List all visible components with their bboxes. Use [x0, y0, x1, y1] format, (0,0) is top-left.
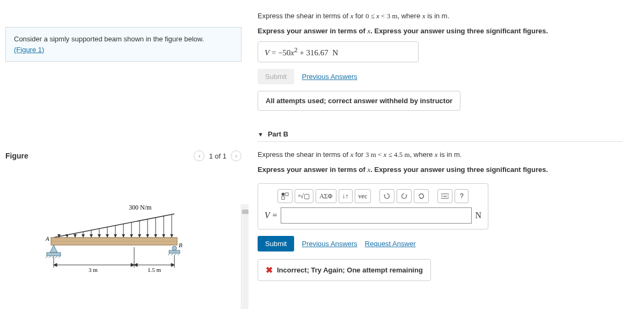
- svg-rect-34: [47, 253, 61, 256]
- svg-marker-28: [154, 234, 157, 238]
- partb-prompt1: Express the shear in terms of x for 3 m …: [258, 149, 623, 160]
- svg-line-35: [46, 256, 48, 258]
- svg-line-42: [168, 253, 170, 255]
- x-icon: ✖: [266, 265, 273, 275]
- toolbar-redo-button[interactable]: [397, 189, 412, 203]
- parta-previous-answers-link[interactable]: Previous Answers: [302, 73, 357, 81]
- svg-marker-23: [114, 234, 117, 238]
- toolbar-greek-button[interactable]: ΑΣΦ: [316, 189, 336, 203]
- svg-marker-24: [122, 234, 125, 238]
- parta-submit-button: Submit: [258, 69, 294, 84]
- svg-point-40: [172, 246, 177, 250]
- partb-answer-input[interactable]: [281, 207, 472, 224]
- toolbar-reset-button[interactable]: [414, 189, 429, 203]
- svg-marker-20: [90, 234, 93, 238]
- partb-unit-label: N: [475, 211, 481, 220]
- figure-next-button[interactable]: ›: [231, 150, 241, 161]
- figure-panel: 300 N/m A B: [5, 204, 241, 309]
- svg-rect-61: [441, 194, 449, 199]
- svg-rect-41: [169, 250, 180, 253]
- svg-marker-54: [171, 263, 174, 267]
- parta-answer-display: V = −50x2 + 316.67 N: [258, 41, 419, 62]
- toolbar-undo-button[interactable]: [379, 189, 394, 203]
- parta-prompt1: Express the shear in terms of x for 0 ≤ …: [258, 11, 623, 21]
- partb-input-panel: ⁿ√▢ ΑΣΦ ↓↑ vec ?: [258, 183, 488, 229]
- svg-line-36: [49, 256, 51, 258]
- svg-marker-18: [74, 234, 77, 238]
- partb-submit-button[interactable]: Submit: [258, 236, 294, 251]
- load-label: 300 N/m: [129, 204, 152, 211]
- parta-prompt2: Express your answer in terms of x. Expre…: [258, 26, 623, 37]
- svg-marker-29: [162, 234, 165, 238]
- collapse-icon: ▼: [258, 131, 264, 138]
- svg-marker-33: [50, 245, 57, 253]
- partb-incorrect-text: Incorrect; Try Again; One attempt remain…: [277, 266, 423, 274]
- figure-scrollbar[interactable]: [242, 204, 248, 309]
- svg-rect-56: [286, 193, 288, 196]
- beam-diagram: 300 N/m A B: [35, 204, 191, 279]
- svg-marker-17: [65, 234, 69, 238]
- partb-input-prefix: V =: [265, 211, 277, 220]
- toolbar-keyboard-button[interactable]: [437, 189, 452, 203]
- svg-marker-19: [82, 234, 85, 238]
- svg-marker-27: [146, 234, 149, 238]
- intro-box: Consider a sipmly supported beam shown i…: [5, 27, 241, 62]
- toolbar-help-button[interactable]: ?: [455, 189, 469, 203]
- svg-marker-25: [130, 234, 133, 238]
- svg-line-39: [58, 256, 61, 258]
- svg-line-45: [178, 253, 180, 255]
- point-a-label: A: [45, 235, 49, 242]
- dim2-label: 1.5 m: [148, 267, 162, 273]
- svg-marker-50: [54, 263, 57, 267]
- svg-rect-57: [282, 197, 284, 199]
- svg-rect-67: [444, 196, 447, 197]
- toolbar-templates-button[interactable]: [277, 189, 292, 203]
- svg-point-68: [447, 196, 448, 197]
- svg-point-66: [442, 196, 443, 197]
- svg-rect-55: [282, 193, 284, 196]
- svg-point-65: [447, 195, 447, 196]
- svg-marker-21: [98, 234, 101, 238]
- figure-heading: Figure: [5, 152, 28, 160]
- partb-request-answer-link[interactable]: Request Answer: [365, 240, 416, 248]
- partb-prompt2: Express your answer in terms of x. Expre…: [258, 164, 623, 175]
- partb-title: Part B: [268, 130, 288, 138]
- svg-point-62: [442, 195, 443, 196]
- svg-marker-59: [406, 195, 408, 196]
- svg-line-38: [55, 256, 57, 258]
- toolbar-sqrt-button[interactable]: ⁿ√▢: [295, 189, 313, 203]
- svg-marker-60: [419, 197, 421, 198]
- partb-previous-answers-link[interactable]: Previous Answers: [302, 240, 357, 248]
- partb-header[interactable]: ▼ Part B: [258, 130, 623, 138]
- figure-link[interactable]: (Figure 1): [14, 46, 44, 54]
- svg-point-63: [444, 195, 444, 196]
- svg-marker-53: [134, 263, 137, 267]
- toolbar-subscript-button[interactable]: ↓↑: [339, 189, 353, 203]
- svg-marker-26: [138, 234, 141, 238]
- point-b-label: B: [179, 242, 182, 248]
- partb-incorrect-box: ✖ Incorrect; Try Again; One attempt rema…: [258, 259, 431, 281]
- svg-line-43: [171, 253, 173, 255]
- parta-status-box: All attempts used; correct answer withhe…: [258, 91, 460, 111]
- svg-marker-58: [384, 195, 386, 196]
- figure-prev-button[interactable]: ‹: [194, 150, 204, 161]
- toolbar-vec-button[interactable]: vec: [355, 189, 371, 203]
- svg-point-64: [445, 195, 445, 196]
- intro-text: Consider a sipmly supported beam shown i…: [14, 35, 204, 43]
- svg-marker-22: [106, 234, 109, 238]
- svg-line-0: [54, 214, 174, 238]
- svg-marker-30: [170, 234, 173, 238]
- dim1-label: 3 m: [89, 267, 98, 273]
- figure-nav-text: 1 of 1: [209, 152, 226, 160]
- svg-line-44: [174, 253, 177, 255]
